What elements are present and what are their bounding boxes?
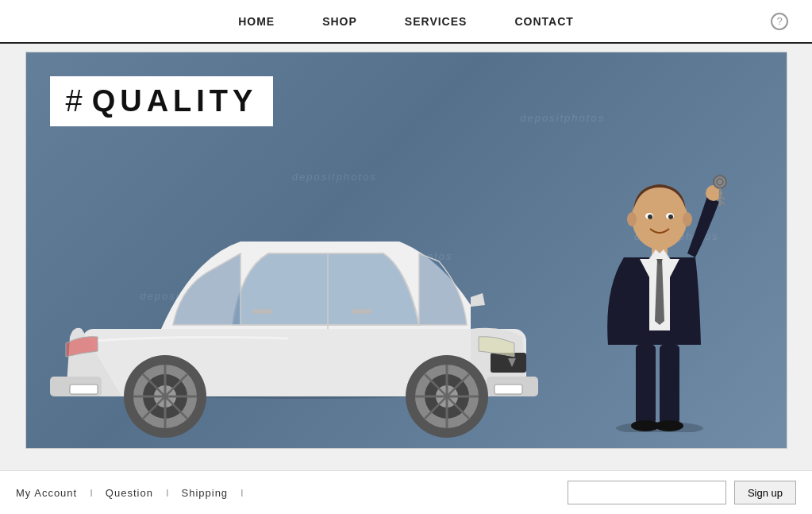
svg-rect-25 bbox=[252, 309, 272, 314]
footer-links: My Account I Question I Shipping I bbox=[16, 487, 568, 499]
footer-signup-area: Sign up bbox=[568, 481, 796, 504]
svg-rect-29 bbox=[660, 345, 679, 424]
hero-title: #QUALITY bbox=[66, 84, 258, 118]
signup-button[interactable]: Sign up bbox=[734, 481, 796, 504]
svg-point-48 bbox=[668, 214, 673, 219]
hero-section: depositphotos depositphotos depositphoto… bbox=[25, 52, 787, 449]
footer-sep-3: I bbox=[241, 487, 244, 499]
nav-shop[interactable]: SHOP bbox=[322, 12, 357, 31]
signup-input[interactable] bbox=[568, 481, 726, 504]
title-box: #QUALITY bbox=[50, 76, 274, 126]
hero-person-image bbox=[580, 130, 739, 432]
title-word: QUALITY bbox=[92, 84, 258, 118]
footer-bar: My Account I Question I Shipping I Sign … bbox=[0, 470, 812, 514]
title-hash: # bbox=[66, 84, 87, 118]
svg-rect-28 bbox=[636, 345, 656, 424]
footer-sep-1: I bbox=[90, 487, 93, 499]
svg-point-47 bbox=[648, 214, 652, 219]
svg-rect-26 bbox=[352, 309, 371, 314]
nav-services[interactable]: SERVICES bbox=[405, 12, 468, 31]
svg-point-44 bbox=[683, 212, 692, 226]
svg-rect-7 bbox=[495, 385, 522, 394]
help-icon[interactable]: ? bbox=[771, 13, 788, 30]
svg-rect-8 bbox=[70, 385, 98, 394]
navigation-bar: HOME SHOP SERVICES CONTACT ? bbox=[0, 0, 812, 44]
footer-my-account[interactable]: My Account bbox=[16, 487, 77, 499]
nav-home[interactable]: HOME bbox=[238, 12, 275, 31]
footer-shipping[interactable]: Shipping bbox=[182, 487, 229, 499]
svg-point-31 bbox=[655, 420, 683, 431]
footer-question[interactable]: Question bbox=[106, 487, 153, 499]
footer-sep-2: I bbox=[166, 487, 169, 499]
svg-point-36 bbox=[714, 176, 726, 188]
svg-point-43 bbox=[627, 212, 637, 226]
nav-items: HOME SHOP SERVICES CONTACT bbox=[238, 12, 574, 31]
nav-contact[interactable]: CONTACT bbox=[514, 12, 573, 31]
hero-car-image bbox=[50, 114, 566, 448]
